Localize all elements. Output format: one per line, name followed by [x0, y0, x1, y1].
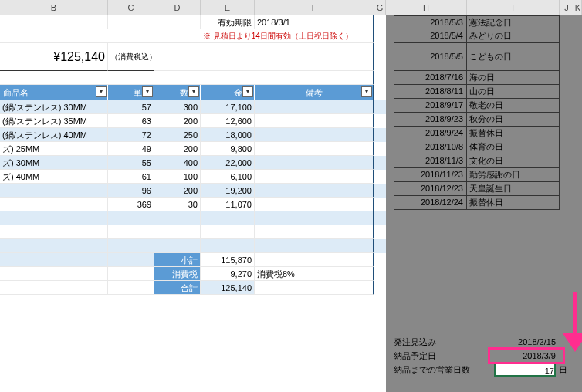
- table-row[interactable]: ズ) 25MM492009,800: [0, 142, 386, 156]
- holiday-name[interactable]: 文化の日: [467, 154, 560, 168]
- cell-product[interactable]: ズ) 25MM: [0, 142, 108, 156]
- cell-amount[interactable]: 18,000: [201, 128, 255, 142]
- holiday-date[interactable]: 2018/11/23: [394, 168, 467, 182]
- cell-note[interactable]: [255, 100, 374, 114]
- holiday-name[interactable]: 憲法記念日: [467, 15, 560, 29]
- cell-amount[interactable]: 12,600: [201, 114, 255, 128]
- holiday-name[interactable]: 秋分の日: [467, 113, 560, 127]
- holiday-name[interactable]: 勤労感謝の日: [467, 168, 560, 182]
- cell-product[interactable]: (鍋/ステンレス) 35MM: [0, 114, 108, 128]
- holiday-name[interactable]: 山の日: [467, 85, 560, 99]
- holiday-date[interactable]: 2018/5/3: [394, 15, 467, 29]
- holiday-date[interactable]: 2018/11/3: [394, 154, 467, 168]
- col-header-E[interactable]: E: [201, 0, 255, 15]
- col-header-G[interactable]: G: [374, 0, 386, 15]
- holiday-date[interactable]: 2018/5/5: [394, 43, 467, 71]
- holiday-row[interactable]: 2018/11/3文化の日: [394, 154, 582, 168]
- holiday-date[interactable]: 2018/12/23: [394, 182, 467, 196]
- cell-note[interactable]: [255, 198, 374, 211]
- table-row[interactable]: (鍋/ステンレス) 40MM7225018,000: [0, 128, 386, 142]
- cell-note[interactable]: [255, 170, 374, 184]
- holiday-row[interactable]: 2018/9/24振替休日: [394, 127, 582, 140]
- holiday-row[interactable]: 2018/5/3憲法記念日: [394, 15, 582, 29]
- cell-amount[interactable]: 22,000: [201, 156, 255, 170]
- cell-unit[interactable]: 61: [108, 170, 154, 184]
- holiday-date[interactable]: 2018/12/24: [394, 196, 467, 210]
- holiday-row[interactable]: 2018/5/4みどりの日: [394, 29, 582, 43]
- cell-amount[interactable]: 6,100: [201, 170, 255, 184]
- col-header-I[interactable]: I: [467, 0, 560, 15]
- cell-unit[interactable]: 96: [108, 184, 154, 198]
- holiday-name[interactable]: 敬老の日: [467, 99, 560, 113]
- holiday-name[interactable]: 天皇誕生日: [467, 182, 560, 196]
- cell-unit[interactable]: 63: [108, 114, 154, 128]
- cell-qty[interactable]: 100: [154, 170, 201, 184]
- holiday-date[interactable]: 2018/10/8: [394, 140, 467, 154]
- holiday-name[interactable]: みどりの日: [467, 29, 560, 43]
- cell-unit[interactable]: 369: [108, 198, 154, 211]
- cell-product[interactable]: (鍋/ステンレス) 30MM: [0, 100, 108, 114]
- cell-amount[interactable]: 19,200: [201, 184, 255, 198]
- cell-qty[interactable]: 400: [154, 156, 201, 170]
- cell-qty[interactable]: 250: [154, 128, 201, 142]
- table-row[interactable]: 9620019,200: [0, 184, 386, 198]
- cell-amount[interactable]: 9,800: [201, 142, 255, 156]
- holiday-name[interactable]: 体育の日: [467, 140, 560, 154]
- cell-qty[interactable]: 200: [154, 184, 201, 198]
- cell-amount[interactable]: 17,100: [201, 100, 255, 114]
- table-row[interactable]: [0, 211, 386, 225]
- holiday-name[interactable]: こどもの日: [467, 43, 560, 71]
- holiday-name[interactable]: 振替休日: [467, 196, 560, 210]
- table-row[interactable]: ズ) 30MM5540022,000: [0, 156, 386, 170]
- filter-icon[interactable]: ▾: [142, 86, 153, 97]
- filter-icon[interactable]: ▾: [96, 86, 107, 97]
- holiday-name[interactable]: 海の日: [467, 71, 560, 85]
- holiday-row[interactable]: 2018/9/17敬老の日: [394, 99, 582, 113]
- holiday-date[interactable]: 2018/9/17: [394, 99, 467, 113]
- col-header-C[interactable]: C: [108, 0, 154, 15]
- col-header-H[interactable]: H: [386, 0, 467, 15]
- holiday-row[interactable]: 2018/12/23天皇誕生日: [394, 182, 582, 196]
- holiday-row[interactable]: 2018/9/23秋分の日: [394, 113, 582, 127]
- holiday-row[interactable]: 2018/12/24振替休日: [394, 196, 582, 210]
- cell-unit[interactable]: 55: [108, 156, 154, 170]
- cell-amount[interactable]: 11,070: [201, 198, 255, 211]
- col-header-B[interactable]: B: [0, 0, 108, 15]
- holiday-date[interactable]: 2018/7/16: [394, 71, 467, 85]
- cell-qty[interactable]: 200: [154, 114, 201, 128]
- table-row[interactable]: (鍋/ステンレス) 35MM6320012,600: [0, 114, 386, 128]
- holiday-date[interactable]: 2018/8/11: [394, 85, 467, 99]
- col-note[interactable]: 備考▾: [255, 85, 374, 100]
- col-qty[interactable]: 数量▾: [154, 85, 201, 100]
- table-row[interactable]: 3693011,070: [0, 198, 386, 211]
- col-header-F[interactable]: F: [255, 0, 374, 15]
- holiday-row[interactable]: 2018/5/5こどもの日: [394, 43, 582, 71]
- cell-product[interactable]: ズ) 30MM: [0, 156, 108, 170]
- cell-qty[interactable]: 300: [154, 100, 201, 114]
- filter-icon[interactable]: ▾: [242, 86, 253, 97]
- col-header-J[interactable]: J: [560, 0, 574, 15]
- holiday-name[interactable]: 振替休日: [467, 127, 560, 140]
- cell-product[interactable]: ズ) 40MM: [0, 170, 108, 184]
- col-product[interactable]: 商品名▾: [0, 85, 108, 100]
- col-header-D[interactable]: D: [154, 0, 201, 15]
- cell-product[interactable]: [0, 184, 108, 198]
- cell-qty[interactable]: 200: [154, 142, 201, 156]
- table-row[interactable]: ズ) 40MM611006,100: [0, 170, 386, 184]
- filter-icon[interactable]: ▾: [188, 86, 199, 97]
- cell-unit[interactable]: 57: [108, 100, 154, 114]
- cell-note[interactable]: [255, 156, 374, 170]
- cell-product[interactable]: (鍋/ステンレス) 40MM: [0, 128, 108, 142]
- holiday-row[interactable]: 2018/8/11山の日: [394, 85, 582, 99]
- holiday-row[interactable]: 2018/11/23勤労感謝の日: [394, 168, 582, 182]
- cell-qty[interactable]: 30: [154, 198, 201, 211]
- worksheet-right[interactable]: 2018/5/3憲法記念日2018/5/4みどりの日2018/5/5こどもの日2…: [386, 15, 582, 392]
- days-value-cell[interactable]: 17: [494, 363, 556, 377]
- cell-note[interactable]: [255, 114, 374, 128]
- cell-note[interactable]: [255, 184, 374, 198]
- holiday-row[interactable]: 2018/7/16海の日: [394, 71, 582, 85]
- table-row[interactable]: [0, 239, 386, 253]
- holiday-row[interactable]: 2018/10/8体育の日: [394, 140, 582, 154]
- worksheet-left[interactable]: 1 ページ 有効期限 2018/3/1 ※ 見積日より14日間有効（土日祝日除く…: [0, 15, 386, 392]
- cell-unit[interactable]: 49: [108, 142, 154, 156]
